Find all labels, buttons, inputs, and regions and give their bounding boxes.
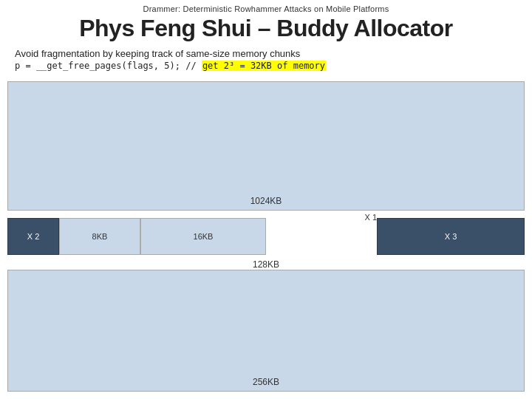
main-title: Phys Feng Shui – Buddy Allocator [0,15,532,42]
segment-8kb-label: 8KB [60,232,140,241]
segment-x3-label: X 3 [378,232,524,241]
row-128: X 2 8KB 16KB X 3 [7,218,525,255]
code-plain: p = __get_free_pages(flags, 5); // [15,61,202,71]
code-line: p = __get_free_pages(flags, 5); // get 2… [15,61,532,71]
subtitle: Drammer: Deterministic Rowhammer Attacks… [0,0,532,13]
segment-x2: X 2 [7,218,59,255]
block-1024: 1024KB [7,81,525,211]
code-highlight: get 2³ = 32KB of memory [202,61,326,71]
segment-16kb: 16KB [140,218,266,255]
segment-16kb-label: 16KB [141,232,265,241]
segment-x2-label: X 2 [8,232,58,241]
description-line1: Avoid fragmentation by keeping track of … [15,48,532,59]
block-1024-label: 1024KB [8,196,524,206]
segment-8kb: 8KB [59,218,140,255]
diagram: 1024KB X 1 X 2 8KB 16KB X 3 128KB 256KB [7,81,525,392]
segment-x3: X 3 [377,218,525,255]
block-256-label: 256KB [8,377,524,387]
row-128-label: 128KB [7,259,525,270]
block-256: 256KB [7,270,525,392]
